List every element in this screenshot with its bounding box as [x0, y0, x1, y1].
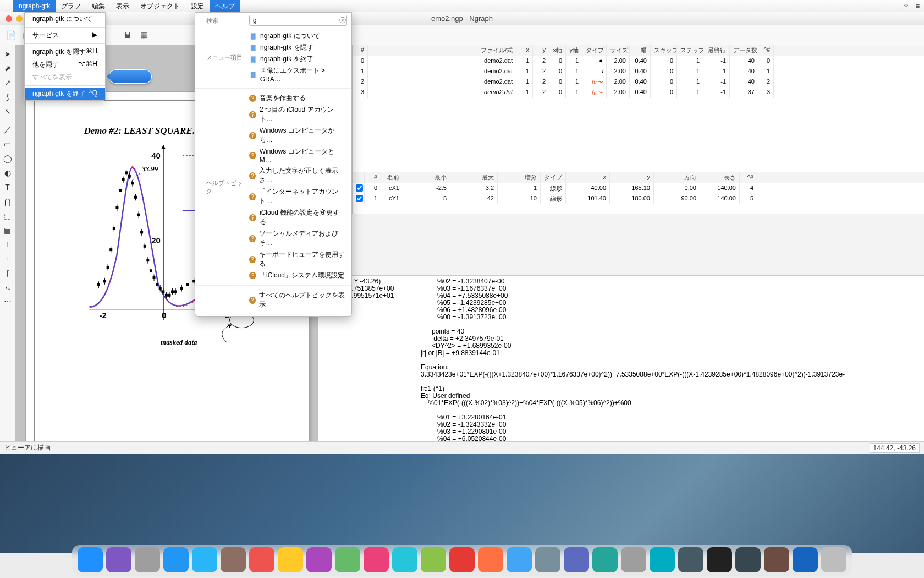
- tool-pointer2-icon[interactable]: ↖: [2, 106, 13, 117]
- toolbar-new-icon[interactable]: 📄: [3, 28, 19, 43]
- dock-app-ibooks[interactable]: [478, 547, 503, 572]
- menu-object[interactable]: オブジェクト: [135, 0, 185, 12]
- menu-settings[interactable]: 設定: [185, 0, 210, 12]
- data-row[interactable]: 3demo2.dat 1201 fit〜 2.000.40 01 -1373: [353, 88, 924, 98]
- dock-app-ngraph[interactable]: [793, 547, 818, 572]
- tool-pointer-icon[interactable]: ➤: [2, 48, 13, 59]
- data-row[interactable]: 1demo2.dat 1201 Ꭵ 2.000.40 01 -1401: [353, 67, 924, 77]
- tool-move-icon[interactable]: ⤢: [2, 77, 13, 88]
- menu-item-hide-others[interactable]: 他を隠す⌥⌘H: [25, 58, 105, 71]
- dock-app-notes[interactable]: [278, 547, 303, 572]
- tool-legend-icon[interactable]: ⎌: [2, 282, 13, 293]
- help-icon: ?: [249, 214, 256, 221]
- axis-check[interactable]: [356, 195, 363, 202]
- dock-app-mail[interactable]: [192, 547, 217, 572]
- dock-app-terminal[interactable]: [707, 547, 732, 572]
- help-topic[interactable]: ?入力した文字が正しく表示さ…: [249, 165, 346, 186]
- tool-tick-icon[interactable]: ⟂: [2, 253, 13, 264]
- help-topic[interactable]: ?Windows コンピュータから…: [249, 125, 346, 146]
- toolbar-grid-icon[interactable]: ▦: [136, 28, 152, 43]
- svg-text:-2: -2: [100, 310, 107, 320]
- app-name-menu[interactable]: ngraph-gtk: [13, 0, 56, 12]
- help-topic[interactable]: ?Windows コンピュータと M…: [249, 146, 346, 165]
- axis-row[interactable]: 0cX1 -2.53.21 線形40.00165.10 0.00140.004: [353, 183, 924, 194]
- dock-app-gimp[interactable]: [764, 547, 789, 572]
- help-topic[interactable]: ?キーボードビューアを使用する: [249, 249, 346, 270]
- tool-text-icon[interactable]: T: [2, 182, 13, 193]
- dock-app-safari-tech[interactable]: [592, 547, 618, 572]
- help-topic[interactable]: ?2 つ目の iCloud アカウント…: [249, 104, 346, 125]
- svg-text:40: 40: [151, 151, 161, 160]
- dock-app-xcode[interactable]: [564, 547, 589, 572]
- wifi-icon[interactable]: ⌔: [904, 2, 908, 10]
- tool-crop-icon[interactable]: ⬚: [2, 210, 13, 221]
- dock-app-launchpad[interactable]: [135, 547, 160, 572]
- data-row[interactable]: 0demo2.dat 1201 ● 2.000.40 01 -1400: [353, 56, 924, 67]
- output-console[interactable]: (X:144.42 Y:-43.26) 0 cX1 +1.7513857e+00…: [318, 275, 924, 452]
- help-topic[interactable]: ?「インターネットアカウント…: [249, 186, 346, 207]
- dock-app-preferences[interactable]: [621, 547, 646, 572]
- menu-item-hide[interactable]: ngraph-gtk を隠す⌘H: [25, 46, 105, 58]
- help-search-input[interactable]: [249, 15, 347, 26]
- toolbar-calc-icon[interactable]: 🖩: [120, 28, 135, 43]
- svg-rect-34: [138, 214, 140, 216]
- dock-app-safari[interactable]: [163, 547, 189, 572]
- dock-app-atom[interactable]: [650, 547, 675, 572]
- axis-row[interactable]: 1cY1 -54210 線形101.40180.00 90.00140.005: [353, 194, 924, 204]
- dock-app-trash[interactable]: [821, 547, 846, 572]
- dock-app-dictionary[interactable]: [535, 547, 560, 572]
- dock-app-finder[interactable]: [78, 547, 103, 572]
- tool-line-icon[interactable]: ／: [2, 124, 13, 135]
- menu-edit[interactable]: 編集: [86, 0, 111, 12]
- tool-lasso-icon[interactable]: ⟆: [2, 91, 13, 102]
- svg-rect-20: [116, 206, 118, 209]
- dock-app-appstore[interactable]: [507, 547, 532, 572]
- tool-select-icon[interactable]: ⬈: [2, 63, 13, 74]
- dock-app-siri[interactable]: [106, 547, 131, 572]
- dock-app-contacts[interactable]: [221, 547, 246, 572]
- menu-item-services[interactable]: サービス▶: [25, 29, 105, 42]
- tool-fit-icon[interactable]: ∫: [2, 268, 13, 279]
- help-topic[interactable]: ?iCloud 機能の設定を変更する: [249, 207, 346, 228]
- help-topic[interactable]: ?「iCloud」システム環境設定: [249, 270, 346, 281]
- help-menuitem[interactable]: ▇画像にエクスポート > GRA…: [249, 65, 346, 84]
- menu-item-quit[interactable]: ngraph-gtk を終了^Q: [25, 88, 105, 100]
- dock-app-facetime[interactable]: [421, 547, 446, 572]
- help-topic[interactable]: ?ソーシャルメディアおよびそ…: [249, 228, 346, 249]
- svg-text:0: 0: [162, 310, 166, 320]
- dock-app-photos[interactable]: [364, 547, 389, 572]
- tool-rect-icon[interactable]: ▭: [2, 139, 13, 150]
- tool-axis-icon[interactable]: ⊥: [2, 239, 13, 250]
- svg-text:20: 20: [151, 236, 161, 245]
- dock-app-calendar[interactable]: [249, 547, 274, 572]
- tool-circle-icon[interactable]: ◯: [2, 153, 13, 164]
- help-menuitem[interactable]: ▇ngraph-gtk を隠す: [249, 42, 346, 53]
- menu-graph[interactable]: グラフ: [56, 0, 86, 12]
- minimize-window-button[interactable]: [16, 15, 23, 22]
- help-menuitem[interactable]: ▇ngraph-gtk について: [249, 30, 346, 42]
- dock-app-reminders[interactable]: [306, 547, 332, 572]
- data-row[interactable]: 2demo2.dat 1201 fit〜 2.000.40 01 -1402: [353, 77, 924, 88]
- tool-fillcircle-icon[interactable]: ◐: [2, 167, 13, 178]
- tool-table-icon[interactable]: ▦: [2, 225, 13, 236]
- close-window-button[interactable]: [6, 15, 12, 22]
- tool-arc-icon[interactable]: ⋂: [2, 196, 13, 207]
- menu-view[interactable]: 表示: [111, 0, 135, 12]
- dock-app-maps[interactable]: [335, 547, 360, 572]
- menu-extra-icon[interactable]: ≡: [916, 2, 920, 10]
- menu-help[interactable]: ヘルプ: [210, 0, 240, 12]
- axis-check[interactable]: [356, 184, 363, 192]
- dock-app-messages[interactable]: [392, 547, 417, 572]
- dock-app-inkscape[interactable]: [735, 547, 761, 572]
- menu-item-about[interactable]: ngraph-gtk について: [25, 13, 105, 25]
- tool-misc-icon[interactable]: ⋯: [2, 296, 13, 307]
- svg-rect-38: [144, 245, 146, 247]
- help-search-label: 検索: [201, 17, 245, 25]
- help-menuitem[interactable]: ▇ngraph-gtk を終了: [249, 53, 346, 65]
- dock-app-itunes[interactable]: [449, 547, 475, 572]
- help-topic[interactable]: ?音楽を作曲する: [249, 92, 346, 104]
- svg-rect-42: [150, 270, 152, 272]
- dock-app-xquartz[interactable]: [678, 547, 703, 572]
- help-show-all[interactable]: ?すべてのヘルプトピックを表示: [249, 290, 346, 310]
- clear-search-icon[interactable]: ⓧ: [339, 16, 346, 25]
